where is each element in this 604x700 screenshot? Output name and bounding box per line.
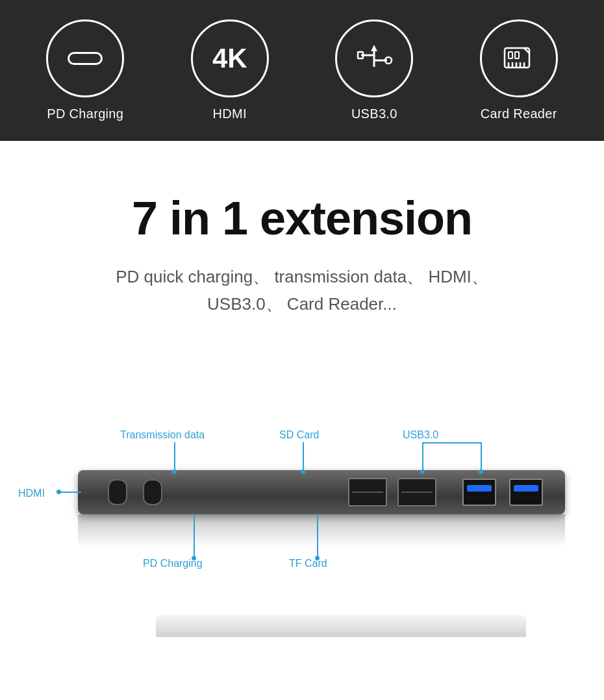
- card-slot-sd: [348, 478, 387, 506]
- card-reader-circle: [480, 19, 558, 97]
- feature-hdmi: 4K HDMI: [191, 19, 269, 121]
- hub-device: [78, 470, 565, 514]
- hdmi-diagram-label: HDMI: [18, 488, 45, 499]
- card-reader-icon: [499, 39, 538, 78]
- hdmi-port: [108, 479, 127, 505]
- pd-charging-circle: [46, 19, 124, 97]
- transmission-data-label: Transmission data: [120, 429, 205, 441]
- hdmi-label: HDMI: [213, 106, 247, 121]
- middle-section: 7 in 1 extension PD quick charging、 tran…: [0, 141, 604, 356]
- transmission-line-v: [174, 442, 175, 471]
- usb-port-2: [509, 479, 543, 506]
- card-reader-label: Card Reader: [481, 106, 557, 121]
- hdmi-port-shape: [108, 479, 127, 505]
- svg-rect-2: [358, 52, 363, 58]
- feature-usb30: USB3.0: [335, 19, 413, 121]
- tf-line-v: [317, 515, 318, 558]
- sd-slot-shape: [348, 478, 387, 506]
- usb-a-shape-1: [462, 479, 496, 506]
- svg-marker-5: [371, 45, 377, 51]
- usb30-line-v-left: [422, 442, 423, 471]
- feature-pd-charging: PD Charging: [46, 19, 124, 121]
- pd-port-shape: [143, 479, 162, 505]
- usb30-icon: [351, 41, 397, 76]
- sd-card-label: SD Card: [279, 429, 319, 441]
- pd-line-v: [194, 515, 195, 558]
- hub-reflection: [78, 514, 565, 547]
- main-title: 7 in 1 extension: [39, 193, 565, 244]
- svg-rect-8: [509, 52, 512, 58]
- sd-line-v: [303, 442, 304, 471]
- subtitle-line1: PD quick charging、 transmission data、 HD…: [116, 267, 488, 286]
- pd-charging-label: PD Charging: [47, 106, 123, 121]
- tf-card-label: TF Card: [289, 558, 327, 569]
- hdmi-line-h: [58, 492, 81, 493]
- usb30-line-v-right: [481, 442, 482, 471]
- bottom-diagram-section: HDMI Transmission data SD Card USB3.0 PD…: [0, 356, 604, 642]
- svg-rect-9: [515, 52, 519, 58]
- usb30-circle: [335, 19, 413, 97]
- tf-slot-shape: [397, 478, 436, 506]
- hdmi-dot: [57, 490, 61, 494]
- usb-port-1: [462, 479, 496, 506]
- pd-port: [143, 479, 162, 505]
- pd-charging-icon: [68, 52, 103, 65]
- usb30-diagram-label: USB3.0: [403, 429, 438, 441]
- subtitle: PD quick charging、 transmission data、 HD…: [39, 264, 565, 318]
- usb30-line-h-top: [422, 442, 481, 444]
- card-slot-tf: [397, 478, 436, 506]
- subtitle-line2: USB3.0、 Card Reader...: [207, 294, 397, 314]
- top-features-bar: PD Charging 4K HDMI: [0, 0, 604, 141]
- hdmi-circle: 4K: [191, 19, 269, 97]
- usb-a-shape-2: [509, 479, 543, 506]
- hdmi-4k-icon: 4K: [212, 45, 247, 72]
- feature-card-reader: Card Reader: [480, 19, 558, 121]
- usb30-label: USB3.0: [351, 106, 397, 121]
- diagram-container: HDMI Transmission data SD Card USB3.0 PD…: [0, 369, 604, 616]
